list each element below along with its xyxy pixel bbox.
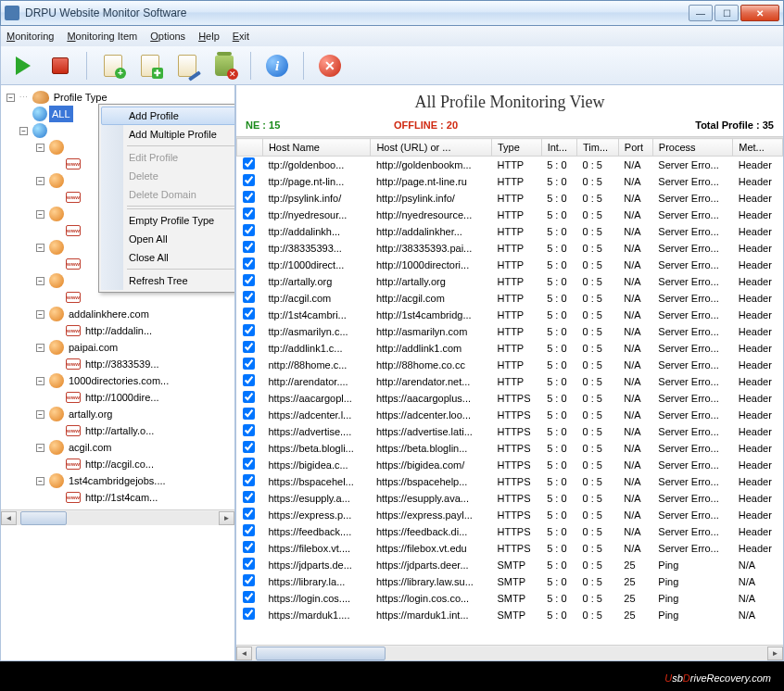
row-checkbox[interactable] <box>243 308 255 320</box>
row-checkbox[interactable] <box>243 274 255 286</box>
table-row[interactable]: https://beta.blogli...https://beta.blogl… <box>237 440 783 457</box>
scroll-left-icon[interactable]: ◄ <box>1 511 17 525</box>
table-row[interactable]: https://marduk1....https://marduk1.int..… <box>237 607 783 623</box>
close-button[interactable]: ✕ <box>740 5 779 21</box>
table-row[interactable]: ttp://psylink.info/http://psylink.info/H… <box>237 190 783 207</box>
table-row[interactable]: https://bspacehel...https://bspacehelp..… <box>237 473 783 490</box>
row-checkbox[interactable] <box>243 191 255 203</box>
tree-url-label[interactable]: http://1st4cam... <box>82 489 160 506</box>
context-menu-item[interactable]: Empty Profile Type <box>101 211 236 230</box>
tree-collapse-icon[interactable]: − <box>36 177 44 185</box>
table-row[interactable]: ttp://1st4cambri...http://1st4cambridg..… <box>237 307 783 323</box>
edit-profile-button[interactable] <box>172 51 202 81</box>
row-checkbox[interactable] <box>243 174 255 186</box>
tree-collapse-icon[interactable]: − <box>6 94 15 102</box>
context-menu-item[interactable]: Add Multiple Profile <box>101 125 236 144</box>
table-row[interactable]: ttp://artally.orghttp://artally.orgHTTP5… <box>237 273 783 290</box>
table-row[interactable]: https://login.cos....https://login.cos.c… <box>237 590 783 607</box>
row-checkbox[interactable] <box>243 458 255 470</box>
table-row[interactable]: https://adcenter.l...https://adcenter.lo… <box>237 407 783 423</box>
row-checkbox[interactable] <box>243 374 255 386</box>
delete-button[interactable]: ✕ <box>209 51 239 81</box>
tree-url-label[interactable]: http://addalin... <box>82 322 155 339</box>
table-row[interactable]: https://advertise....https://advertise.l… <box>237 423 783 440</box>
tree-collapse-icon[interactable]: − <box>36 344 44 352</box>
row-checkbox[interactable] <box>243 574 255 586</box>
column-header[interactable] <box>237 139 263 157</box>
row-checkbox[interactable] <box>243 424 255 436</box>
row-checkbox[interactable] <box>243 441 255 453</box>
stop-button[interactable] <box>45 51 75 81</box>
table-row[interactable]: ttp://acgil.comhttp://acgil.comHTTP5 : 0… <box>237 290 783 307</box>
exit-button[interactable]: ✕ <box>315 51 345 81</box>
tree-domain-label[interactable]: acgil.com <box>66 439 114 456</box>
table-row[interactable]: https://jdparts.de...https://jdparts.dee… <box>237 557 783 573</box>
column-header[interactable]: Port <box>618 139 652 157</box>
table-row[interactable]: ttp://nyedresour...http://nyedresource..… <box>237 207 783 223</box>
table-scrollbar[interactable]: ◄ ► <box>236 645 783 660</box>
row-checkbox[interactable] <box>243 291 255 303</box>
scroll-thumb[interactable] <box>256 647 386 660</box>
table-row[interactable]: ttp://addlink1.c...http://addlink1.comHT… <box>237 340 783 357</box>
table-row[interactable]: ttp://addalinkh...http://addalinkher...H… <box>237 223 783 240</box>
column-header[interactable]: Host Name <box>262 139 371 157</box>
tree-collapse-icon[interactable]: − <box>36 377 44 385</box>
tree-url-label[interactable]: http://1000dire... <box>82 389 162 406</box>
tree-collapse-icon[interactable]: − <box>36 277 44 285</box>
column-header[interactable]: Host (URL) or ... <box>371 139 492 157</box>
menu-help[interactable]: Help <box>198 31 220 42</box>
menu-exit[interactable]: Exit <box>233 31 249 42</box>
row-checkbox[interactable] <box>243 358 255 370</box>
row-checkbox[interactable] <box>243 524 255 536</box>
row-checkbox[interactable] <box>243 241 255 253</box>
tree-collapse-icon[interactable]: − <box>36 477 44 485</box>
add-multiple-button[interactable]: ✚ <box>135 51 165 81</box>
scroll-left-icon[interactable]: ◄ <box>236 647 252 660</box>
scroll-right-icon[interactable]: ► <box>219 511 234 525</box>
row-checkbox[interactable] <box>243 474 255 486</box>
tree-domain-label[interactable]: artally.org <box>66 406 115 422</box>
row-checkbox[interactable] <box>243 491 255 503</box>
tree-collapse-icon[interactable]: − <box>36 244 44 252</box>
row-checkbox[interactable] <box>243 207 255 220</box>
tree-url-label[interactable]: http://acgil.co... <box>82 456 157 472</box>
row-checkbox[interactable] <box>243 391 255 403</box>
row-checkbox[interactable] <box>243 541 255 553</box>
tree-collapse-icon[interactable]: − <box>36 310 44 319</box>
menu-options[interactable]: Options <box>150 31 185 42</box>
table-row[interactable]: ttp://goldenboo...http://goldenbookm...H… <box>237 157 783 173</box>
row-checkbox[interactable] <box>243 341 255 353</box>
table-row[interactable]: https://bigidea.c...https://bigidea.com/… <box>237 457 783 473</box>
context-menu-item[interactable]: Add Profile <box>101 107 236 125</box>
tree-collapse-icon[interactable]: − <box>36 210 44 219</box>
menu-monitoring[interactable]: Monitoring <box>6 31 54 42</box>
scroll-thumb[interactable] <box>20 511 67 525</box>
column-header[interactable]: Tim... <box>577 139 619 157</box>
tree-domain-label[interactable]: paipai.com <box>66 339 120 356</box>
row-checkbox[interactable] <box>243 408 255 420</box>
row-checkbox[interactable] <box>243 508 255 520</box>
context-menu-item[interactable]: Refresh Tree <box>101 271 236 290</box>
add-profile-button[interactable]: + <box>98 51 128 81</box>
row-checkbox[interactable] <box>243 157 255 170</box>
table-row[interactable]: https://filebox.vt....https://filebox.vt… <box>237 540 783 557</box>
sidebar-scrollbar[interactable]: ◄ ► <box>1 509 234 525</box>
tree-collapse-icon[interactable]: − <box>36 410 44 419</box>
table-row[interactable]: https://esupply.a...https://esupply.ava.… <box>237 490 783 507</box>
table-row[interactable]: http://arendator....http://arendator.net… <box>237 373 783 390</box>
tree-collapse-icon[interactable]: − <box>36 444 44 452</box>
scroll-right-icon[interactable]: ► <box>767 647 783 660</box>
tree-domain-label[interactable]: 1000directories.com... <box>66 372 171 389</box>
minimize-button[interactable]: — <box>689 5 713 21</box>
row-checkbox[interactable] <box>243 608 255 620</box>
table-row[interactable]: nttp://88home.c...http://88home.co.ccHTT… <box>237 357 783 373</box>
menu-monitoring-item[interactable]: Monitoring Item <box>67 31 137 42</box>
tree-url-label[interactable]: http://artally.o... <box>82 422 157 439</box>
row-checkbox[interactable] <box>243 224 255 236</box>
table-row[interactable]: ttp://38335393...http://38335393.pai...H… <box>237 240 783 257</box>
context-menu-item[interactable]: Open All <box>101 230 236 248</box>
tree-collapse-icon[interactable]: − <box>36 144 44 152</box>
maximize-button[interactable]: ☐ <box>714 5 739 21</box>
row-checkbox[interactable] <box>243 258 255 270</box>
row-checkbox[interactable] <box>243 558 255 570</box>
